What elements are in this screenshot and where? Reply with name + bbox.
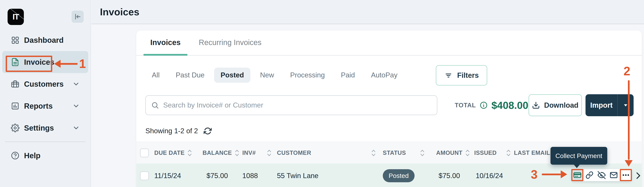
search-box xyxy=(146,96,437,115)
sidebar-item-customers[interactable]: Customers xyxy=(0,73,90,95)
filter-icon xyxy=(444,71,452,80)
column-label: AMOUNT xyxy=(436,150,462,156)
email-invoice-button[interactable] xyxy=(608,169,620,181)
column-label: STATUS xyxy=(383,150,406,156)
annotation-step-1: 1 xyxy=(79,58,86,70)
search-input[interactable] xyxy=(163,101,432,109)
annotation-arrow-3-head xyxy=(561,170,567,178)
sort-icon[interactable] xyxy=(187,148,192,157)
customer-cell: 55 Twin Lane xyxy=(277,164,318,187)
column-inv: INV# xyxy=(242,142,272,164)
status-badge: Posted xyxy=(383,169,414,182)
sidebar-item-reports[interactable]: Reports xyxy=(0,95,90,117)
row-checkbox[interactable] xyxy=(140,172,149,180)
sort-icon[interactable] xyxy=(465,148,470,157)
page-title: Invoices xyxy=(100,6,139,18)
collect-payment-button[interactable] xyxy=(571,169,584,181)
refresh-icon[interactable] xyxy=(204,127,212,135)
sidebar-item-help[interactable]: Help xyxy=(0,144,90,166)
column-due-date: DUE DATE xyxy=(154,142,192,164)
sidebar-divider xyxy=(5,142,86,142)
sort-icon[interactable] xyxy=(506,148,511,157)
filters-button[interactable]: Filters xyxy=(436,65,487,86)
sort-icon[interactable] xyxy=(234,148,240,157)
showing-row: Showing 1-2 of 2 xyxy=(136,126,642,136)
chevron-down-icon[interactable] xyxy=(72,102,80,110)
expand-row-chevron-icon[interactable] xyxy=(634,171,643,180)
total-value: $408.00 xyxy=(492,99,528,111)
filters-button-label: Filters xyxy=(457,71,479,80)
pill-past-due[interactable]: Past Due xyxy=(176,71,204,79)
column-label: DUE DATE xyxy=(154,150,184,156)
sort-icon[interactable] xyxy=(420,148,425,157)
briefcase-icon xyxy=(11,80,20,88)
gear-icon xyxy=(11,124,20,132)
sidebar-item-settings[interactable]: Settings xyxy=(0,117,90,139)
info-icon[interactable] xyxy=(480,101,488,109)
more-actions-button[interactable] xyxy=(620,169,632,181)
status-filter-row: All Past Due Posted New Processing Paid … xyxy=(136,67,642,83)
copy-link-button[interactable] xyxy=(584,169,596,181)
sidebar-item-label: Customers xyxy=(24,80,64,88)
column-label: CUSTOMER xyxy=(277,150,311,156)
credit-card-icon xyxy=(574,171,581,179)
annotation-box-invoices xyxy=(6,56,52,72)
annotation-arrow-1-shaft xyxy=(60,63,78,65)
chevron-down-icon[interactable] xyxy=(72,124,80,132)
pill-all[interactable]: All xyxy=(152,71,160,79)
due-date-cell: 11/15/24 xyxy=(154,164,181,187)
column-issued: ISSUED xyxy=(474,142,511,164)
tooltip-caret xyxy=(574,164,580,168)
help-circle-icon xyxy=(11,151,20,160)
row-action-toolbar xyxy=(571,169,632,181)
download-button[interactable]: Download xyxy=(528,94,582,116)
annotation-step-3: 3 xyxy=(531,168,538,180)
caret-down-icon xyxy=(623,102,628,108)
tab-recurring-invoices[interactable]: Recurring Invoices xyxy=(192,38,268,55)
annotation-arrow-1-head xyxy=(54,60,60,68)
hide-invoice-button[interactable] xyxy=(596,169,608,181)
collect-payment-tooltip: Collect Payment xyxy=(550,147,607,165)
pill-paid[interactable]: Paid xyxy=(341,71,355,79)
column-balance: BALANCE xyxy=(202,142,240,164)
collapse-sidebar-button[interactable] xyxy=(72,10,84,23)
pill-autopay[interactable]: AutoPay xyxy=(371,71,398,79)
report-chart-icon xyxy=(11,102,20,110)
tooltip-text: Collect Payment xyxy=(556,152,602,160)
select-all-cell xyxy=(140,142,149,164)
eye-off-icon xyxy=(598,171,606,179)
sidebar-nav: Dashboard Invoices Customers Reports Set… xyxy=(0,29,90,166)
search-row: TOTAL $408.00 Download Import xyxy=(136,94,642,116)
select-all-checkbox[interactable] xyxy=(140,148,149,157)
annotation-arrow-2-head xyxy=(625,160,633,166)
row-checkbox-cell xyxy=(140,164,149,187)
balance-cell: $75.00 xyxy=(190,164,228,187)
pill-new[interactable]: New xyxy=(260,71,274,79)
sort-icon[interactable] xyxy=(371,148,376,157)
column-label: ISSUED xyxy=(474,150,496,156)
sidebar-item-label: Dashboard xyxy=(24,36,64,44)
search-icon xyxy=(151,101,159,109)
envelope-icon xyxy=(610,171,618,179)
tab-invoices[interactable]: Invoices xyxy=(144,38,188,55)
column-amount: AMOUNT xyxy=(436,142,470,164)
import-dropdown-button[interactable] xyxy=(618,94,634,116)
sort-icon[interactable] xyxy=(267,148,272,157)
pill-posted[interactable]: Posted xyxy=(214,68,250,83)
import-split-button: Import xyxy=(586,94,634,116)
annotation-arrow-2-shaft xyxy=(628,80,630,160)
sidebar-item-label: Help xyxy=(24,152,40,160)
tab-bar: Invoices Recurring Invoices xyxy=(136,30,642,56)
sidebar-item-label: Settings xyxy=(24,124,54,132)
collapse-sidebar-icon xyxy=(74,13,81,20)
sidebar-item-dashboard[interactable]: Dashboard xyxy=(0,29,90,51)
app-logo[interactable]: IT xyxy=(8,9,24,25)
chevron-down-icon[interactable] xyxy=(72,80,80,88)
showing-count-text: Showing 1-2 of 2 xyxy=(146,127,198,135)
column-status: STATUS xyxy=(383,142,425,164)
column-label: INV# xyxy=(242,150,256,156)
pill-processing[interactable]: Processing xyxy=(290,71,325,79)
download-button-label: Download xyxy=(544,101,578,110)
import-button[interactable]: Import xyxy=(586,94,618,116)
annotation-arrow-3-shaft xyxy=(542,174,561,175)
